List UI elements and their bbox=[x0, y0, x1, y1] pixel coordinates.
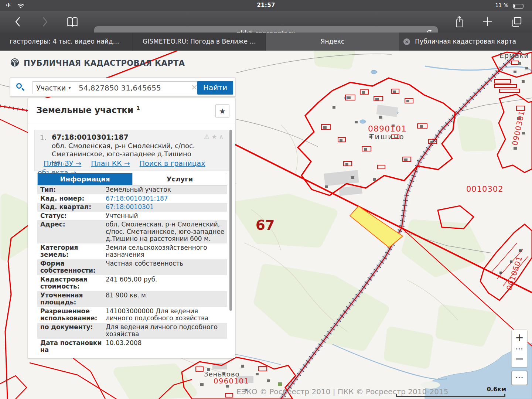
table-row: Кадастровая стоимость:241 605,00 руб. bbox=[37, 275, 227, 291]
tab-services[interactable]: Услуги bbox=[132, 173, 227, 185]
zoom-out-button[interactable]: − bbox=[512, 352, 527, 367]
tab-1[interactable]: гастролеры: 4 тыс. видео найдено… bbox=[0, 33, 133, 51]
tab-bar: гастролеры: 4 тыс. видео найдено… GISMET… bbox=[0, 33, 532, 51]
status-bar: ✈ 21:57 11 % bbox=[0, 0, 532, 11]
chevron-down-icon: ▾ bbox=[68, 85, 71, 91]
collapse-icon[interactable]: ∧ bbox=[219, 133, 225, 140]
tab-2[interactable]: GISMETEO.RU: Погода в Велиже н… bbox=[133, 33, 266, 51]
table-row: Статус:Учтенный bbox=[37, 212, 227, 221]
results-title: Земельные участки 1 bbox=[36, 105, 140, 115]
table-row: Адрес:обл. Смоленская, р-н Смоленский, с… bbox=[37, 220, 227, 243]
cad-quarter-link[interactable]: 67:18:0010301 bbox=[106, 203, 227, 212]
label-0960101: 0960101 bbox=[214, 376, 249, 385]
table-row: Тип:Земельный участок bbox=[37, 185, 227, 194]
label-region-67: 67 bbox=[256, 217, 275, 233]
result-icons: ⚠★∧ bbox=[204, 133, 225, 140]
zoom-more-icon[interactable]: ••• bbox=[512, 346, 527, 352]
panel-scrollbar[interactable] bbox=[229, 130, 232, 311]
tab-4-active[interactable]: × Публичная кадастровая карта bbox=[399, 33, 532, 51]
table-row: Уточненная площадь:81 900 кв. м bbox=[37, 291, 227, 307]
tab-3[interactable]: Яндекс bbox=[266, 33, 399, 51]
safari-toolbar: pkk5.rosreestr.ru bbox=[0, 11, 532, 33]
table-row: Категория земель:Земли сельскохозяйствен… bbox=[37, 243, 227, 259]
pkk-logo-icon bbox=[10, 57, 20, 69]
table-row: Форма собственности:Частная собственност… bbox=[37, 259, 227, 275]
app-title: ПУБЛИЧНАЯ КАДАСТРОВАЯ КАРТА bbox=[24, 59, 185, 68]
search-category-value: Участки bbox=[36, 84, 66, 92]
link-plan-kk[interactable]: План КК → bbox=[91, 159, 130, 167]
search-icon bbox=[16, 83, 25, 92]
battery-percent: 11 % bbox=[495, 2, 508, 8]
favorites-button[interactable]: ★ bbox=[215, 104, 229, 118]
table-row: Дата постановки на10.03.2008 bbox=[37, 339, 227, 355]
map-zoom-controls: + ••• − bbox=[511, 330, 528, 367]
forward-button[interactable] bbox=[38, 11, 52, 33]
bookmarks-icon[interactable] bbox=[64, 11, 81, 33]
label-0890101: 0890101 bbox=[368, 124, 407, 133]
zoom-in-button[interactable]: + bbox=[512, 330, 527, 346]
tab-close-icon[interactable]: × bbox=[403, 38, 410, 45]
result-index: 1. bbox=[40, 133, 47, 141]
table-row: Разрешенное использование:141003000000 Д… bbox=[37, 307, 227, 323]
result-card[interactable]: 1. 67:18:0010301:187 ⚠★∧ обл. Смоленская… bbox=[34, 130, 230, 171]
share-icon[interactable] bbox=[451, 11, 467, 33]
new-tab-icon[interactable] bbox=[480, 11, 495, 33]
warning-icon[interactable]: ⚠ bbox=[204, 133, 211, 140]
result-cadastral-number: 67:18:0010301:187 bbox=[52, 133, 129, 141]
label-tishino: Тишино bbox=[369, 133, 405, 141]
tab-information[interactable]: Информация bbox=[38, 173, 132, 185]
label-0900301: 0900301 bbox=[510, 110, 526, 146]
search-input[interactable] bbox=[74, 81, 198, 94]
selected-parcel[interactable] bbox=[350, 206, 403, 248]
back-button[interactable] bbox=[11, 11, 24, 33]
label-ermaki: Ермаки bbox=[499, 51, 529, 59]
table-row: Кад. номер:67:18:0010301:187 bbox=[37, 194, 227, 203]
info-table: Тип:Земельный участок Кад. номер:67:18:0… bbox=[37, 185, 227, 355]
search-category-select[interactable]: Участки ▾ bbox=[33, 81, 75, 94]
table-row: по документу:Для ведения личного подсобн… bbox=[37, 323, 227, 339]
map-tools-button[interactable]: ••• bbox=[511, 371, 528, 385]
clock: 21:57 bbox=[0, 2, 532, 8]
link-plan-zu[interactable]: План ЗУ → bbox=[44, 159, 81, 167]
results-header: Земельные участки 1 ★ bbox=[28, 98, 235, 124]
star-icon[interactable]: ★ bbox=[211, 133, 219, 140]
results-count: 1 bbox=[136, 105, 140, 111]
tabs-overview-icon[interactable] bbox=[508, 11, 525, 33]
screen: ✈ 21:57 11 % bbox=[0, 0, 532, 399]
tab-4-title: Публичная кадастровая карта bbox=[415, 38, 516, 45]
results-panel: Земельные участки 1 ★ 1. 67:18:0010301:1… bbox=[28, 98, 235, 358]
cad-number-link[interactable]: 67:18:0010301:187 bbox=[106, 194, 227, 203]
search-button[interactable]: Найти bbox=[197, 81, 233, 95]
search-bar: Участки ▾ × Найти bbox=[10, 78, 235, 97]
label-0010302: 0010302 bbox=[466, 185, 504, 194]
detail-tabs: Информация Услуги bbox=[37, 173, 227, 185]
scale-label: 0.6км bbox=[469, 386, 506, 393]
scale-bar bbox=[396, 394, 505, 397]
app-header: ПУБЛИЧНАЯ КАДАСТРОВАЯ КАРТА bbox=[10, 57, 185, 69]
battery-icon bbox=[513, 3, 525, 10]
table-row: Кад. квартал:67:18:0010301 bbox=[37, 203, 227, 212]
